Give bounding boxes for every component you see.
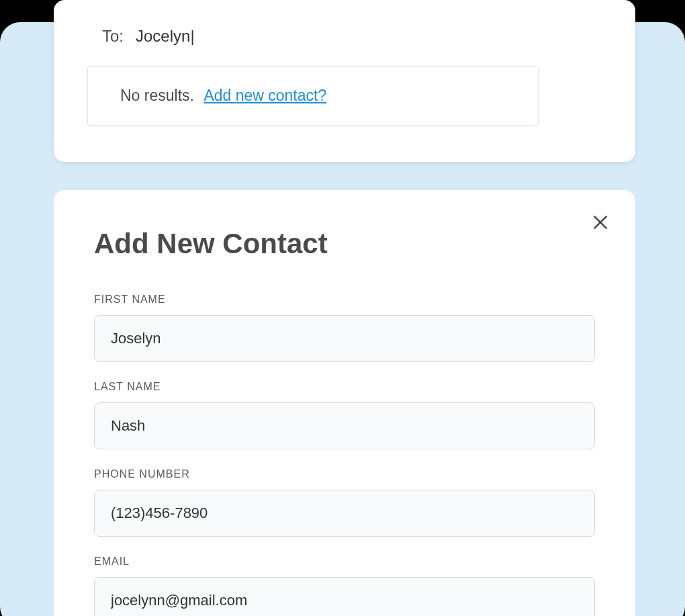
- search-results-dropdown: No results. Add new contact?: [87, 66, 539, 126]
- add-contact-modal: Add New Contact FIRST NAME LAST NAME PHO…: [54, 190, 635, 616]
- email-group: EMAIL: [94, 556, 595, 616]
- email-input[interactable]: [94, 577, 595, 616]
- modal-title: Add New Contact: [94, 228, 595, 260]
- phone-group: PHONE NUMBER: [94, 468, 595, 537]
- first-name-group: FIRST NAME: [94, 294, 595, 362]
- close-icon: [592, 214, 609, 231]
- last-name-group: LAST NAME: [94, 381, 595, 449]
- last-name-input[interactable]: [94, 402, 595, 449]
- email-label: EMAIL: [94, 556, 595, 568]
- first-name-label: FIRST NAME: [94, 294, 595, 306]
- close-button[interactable]: [586, 208, 615, 237]
- phone-input[interactable]: [94, 490, 595, 537]
- to-row: To: Jocelyn|: [94, 27, 595, 46]
- to-input-text: Jocelyn: [136, 27, 190, 45]
- to-input[interactable]: Jocelyn|: [136, 27, 195, 46]
- first-name-input[interactable]: [94, 315, 595, 362]
- no-results-text: No results.: [120, 87, 194, 104]
- last-name-label: LAST NAME: [94, 381, 595, 393]
- phone-label: PHONE NUMBER: [94, 468, 595, 480]
- add-new-contact-link[interactable]: Add new contact?: [203, 87, 326, 104]
- to-label: To:: [102, 27, 124, 46]
- search-panel: To: Jocelyn| No results. Add new contact…: [54, 0, 635, 162]
